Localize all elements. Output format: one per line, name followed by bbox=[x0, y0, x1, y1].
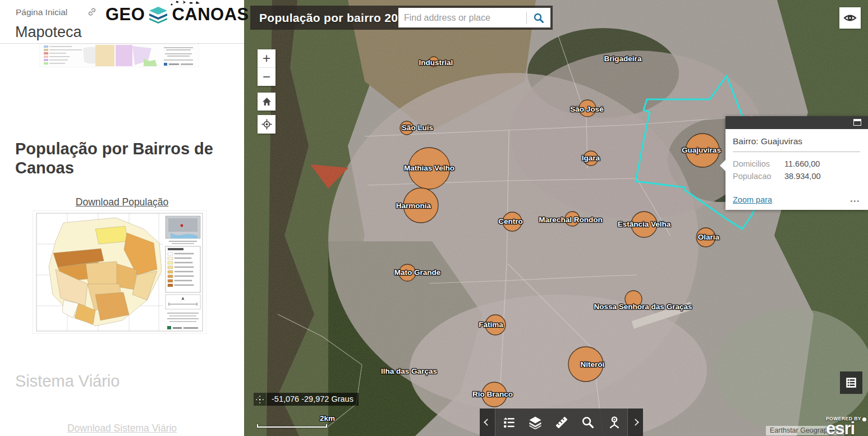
layers-icon bbox=[529, 416, 542, 429]
feature-popup: Bairro: Guajuviras Domicilios 11.660,00 … bbox=[725, 116, 868, 210]
chevron-right-icon bbox=[632, 419, 639, 426]
population-circle[interactable] bbox=[584, 151, 598, 166]
toolbar-search-button[interactable] bbox=[577, 411, 599, 434]
popup-field-row: Domicilios 11.660,00 bbox=[733, 158, 860, 170]
population-circle[interactable] bbox=[579, 100, 596, 117]
magnifier-icon bbox=[581, 416, 594, 429]
population-circle[interactable] bbox=[568, 347, 603, 382]
near-me-button[interactable] bbox=[603, 411, 626, 434]
ruler-icon bbox=[555, 416, 568, 429]
population-circle[interactable] bbox=[482, 382, 507, 407]
home-icon bbox=[262, 97, 272, 106]
population-circle[interactable] bbox=[400, 121, 414, 135]
field-label: Domicilios bbox=[733, 158, 784, 170]
page-title: Mapoteca bbox=[15, 24, 82, 41]
popup-field-row: Populacao 38.934,00 bbox=[733, 170, 860, 182]
visibility-button[interactable] bbox=[839, 7, 861, 29]
home-button[interactable] bbox=[258, 93, 275, 111]
popup-header bbox=[725, 116, 868, 129]
field-value: 11.660,00 bbox=[784, 158, 820, 170]
more-options-icon[interactable]: ••• bbox=[850, 198, 860, 204]
logo-text-geo: GEO bbox=[105, 4, 145, 25]
population-circle[interactable] bbox=[399, 264, 416, 281]
popup-body: Bairro: Guajuviras Domicilios 11.660,00 … bbox=[725, 129, 868, 210]
attribute-table-icon bbox=[846, 377, 857, 388]
legend-icon bbox=[503, 416, 515, 429]
population-circle[interactable] bbox=[631, 212, 657, 237]
download-populacao-link[interactable]: Download População bbox=[76, 196, 168, 208]
layers-button[interactable] bbox=[524, 411, 546, 434]
widget-toolbar bbox=[480, 409, 643, 436]
sidebar: Página Inicial GEO CANOAS bbox=[0, 0, 244, 436]
download-sistema-viario-link[interactable]: Download Sistema Viário bbox=[67, 423, 177, 434]
search-input[interactable] bbox=[398, 13, 526, 23]
logo-text-canoas: CANOAS bbox=[172, 4, 249, 25]
zoom-out-button[interactable]: − bbox=[258, 68, 275, 86]
map-title: População por bairro 2010 bbox=[250, 11, 411, 25]
locate-icon bbox=[261, 119, 272, 130]
map-title-bar: População por bairro 2010 bbox=[250, 6, 553, 30]
field-value: 38.934,00 bbox=[784, 170, 821, 182]
zoom-control: + − bbox=[258, 49, 275, 86]
scale-bar: 2km bbox=[257, 416, 330, 429]
coordinates-widget: -51,076 -29,972 Graus bbox=[254, 393, 359, 406]
map-sheet-thumbnail-top[interactable] bbox=[39, 44, 199, 67]
population-map-thumbnail[interactable] bbox=[33, 210, 206, 334]
population-circle[interactable] bbox=[485, 315, 506, 335]
maximize-icon[interactable] bbox=[853, 119, 861, 126]
zoom-to-link[interactable]: Zoom para bbox=[733, 195, 772, 204]
section-heading-sistema-viario: Sistema Viário bbox=[15, 372, 120, 391]
crosshair-icon[interactable] bbox=[254, 393, 266, 406]
population-circle[interactable] bbox=[696, 228, 715, 247]
popup-title: Bairro: Guajuviras bbox=[733, 136, 860, 146]
population-circle[interactable] bbox=[429, 57, 439, 67]
link-icon[interactable] bbox=[87, 7, 97, 17]
attribute-table-button[interactable] bbox=[840, 371, 862, 394]
search-icon bbox=[533, 12, 544, 24]
layers-logo-icon bbox=[147, 4, 169, 25]
search-button[interactable] bbox=[527, 8, 550, 27]
geo-canoas-logo[interactable]: GEO CANOAS bbox=[105, 0, 249, 29]
location-pin-icon bbox=[608, 416, 621, 429]
chevron-left-icon bbox=[484, 419, 491, 426]
field-label: Populacao bbox=[733, 170, 784, 182]
esri-logo: POWERED BY esri bbox=[826, 417, 866, 436]
population-circle[interactable] bbox=[403, 188, 438, 223]
toolbar-next-button[interactable] bbox=[628, 409, 643, 436]
esri-wordmark: esri bbox=[826, 421, 866, 436]
section-heading-populacao: População por Bairros de Canoas bbox=[15, 139, 223, 177]
eye-icon bbox=[843, 13, 857, 23]
measure-button[interactable] bbox=[550, 411, 573, 434]
breadcrumb-pagina-inicial[interactable]: Página Inicial bbox=[16, 7, 67, 17]
coordinates-readout: -51,076 -29,972 Graus bbox=[267, 393, 359, 406]
population-circle[interactable] bbox=[408, 148, 450, 189]
esri-globe-icon bbox=[862, 417, 866, 421]
zoom-in-button[interactable]: + bbox=[258, 49, 275, 67]
locate-button[interactable] bbox=[258, 115, 275, 134]
geocanoas-app: Página Inicial GEO CANOAS bbox=[0, 0, 868, 436]
legend-button[interactable] bbox=[498, 411, 520, 434]
population-circle[interactable] bbox=[565, 212, 580, 226]
population-circle[interactable] bbox=[625, 291, 642, 308]
search-box bbox=[398, 8, 550, 27]
scale-label: 2km bbox=[320, 414, 335, 423]
logo-decoration-icons bbox=[168, 0, 202, 7]
map-canvas[interactable]: IndustrialBrigadeiraSão JoséSão LuísIgar… bbox=[244, 0, 868, 436]
popup-callout-arrow bbox=[720, 160, 725, 171]
population-circle[interactable] bbox=[686, 134, 719, 167]
toolbar-previous-button[interactable] bbox=[480, 409, 495, 436]
toolbar-buttons bbox=[495, 409, 628, 436]
scale-line bbox=[257, 424, 327, 428]
feature-layer bbox=[244, 0, 868, 436]
population-circle[interactable] bbox=[503, 212, 522, 231]
